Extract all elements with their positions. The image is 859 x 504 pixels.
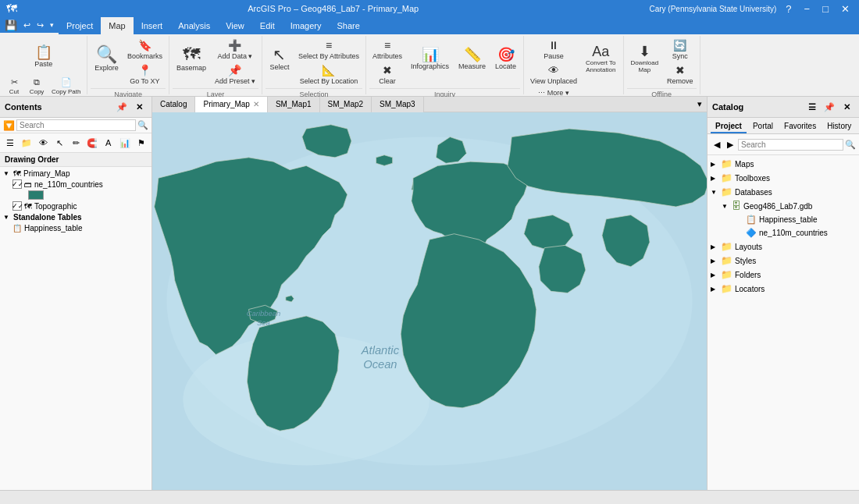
select-by-location-button[interactable]: 📐 Select By Location: [295, 62, 362, 87]
catalog-search-icon[interactable]: 🔍: [845, 140, 856, 150]
tab-view[interactable]: View: [218, 17, 252, 34]
standalone-tables-section[interactable]: ▼ Standalone Tables: [0, 211, 151, 223]
catalog-toolboxes[interactable]: ▶ 📁 Toolboxes: [708, 171, 859, 185]
clear-button[interactable]: ✖ Clear: [369, 62, 405, 87]
ne-countries-checkbox[interactable]: ✓: [12, 179, 22, 189]
catalog-tab-project[interactable]: Project: [711, 120, 747, 133]
catalog-styles[interactable]: ▶ 📁 Styles: [708, 254, 859, 268]
add-preset-button[interactable]: 📌 Add Preset ▾: [212, 62, 258, 87]
list-labeling-btn[interactable]: A: [101, 135, 116, 151]
view-unplaced-button[interactable]: 👁 View Unplaced: [527, 62, 580, 87]
download-map-button[interactable]: ⬇ DownloadMap: [627, 37, 663, 80]
catalog-back-btn[interactable]: ◀: [711, 137, 723, 152]
contents-search-input[interactable]: [16, 119, 136, 131]
redo-qa-btn[interactable]: ↪: [35, 20, 45, 30]
catalog-pin-btn[interactable]: 📌: [822, 99, 837, 115]
user-info: Cary (Pennsylvania State University): [649, 5, 776, 13]
catalog-happiness-table[interactable]: 📋 Happiness_table: [708, 213, 859, 226]
contents-search-bar: 🔽 🔍: [0, 118, 151, 133]
standalone-tables-label: Standalone Tables: [13, 213, 82, 222]
ne-countries-swatch: [25, 190, 151, 201]
paste-button[interactable]: 📋 Paste: [30, 37, 58, 75]
catalog-tab-history[interactable]: History: [822, 120, 856, 133]
contents-pin-btn[interactable]: 📌: [114, 99, 130, 115]
tab-imagery[interactable]: Imagery: [283, 17, 330, 34]
undo-qa-btn[interactable]: ↩: [22, 20, 32, 30]
list-snapping-btn[interactable]: 🧲: [84, 135, 99, 151]
list-selection-btn[interactable]: ↖: [52, 135, 67, 151]
tab-primary-map[interactable]: Primary_Map ✕: [195, 97, 267, 112]
tab-map[interactable]: Map: [101, 17, 133, 34]
maximize-button[interactable]: □: [819, 3, 832, 15]
catalog-layouts[interactable]: ▶ 📁 Layouts: [708, 240, 859, 254]
tab-sm-map2[interactable]: SM_Map2: [320, 97, 372, 112]
convert-to-annotation-button[interactable]: Aa Convert ToAnnotation: [582, 37, 620, 80]
customize-qa-btn[interactable]: ▾: [48, 21, 55, 29]
map-area[interactable]: Atlantic Ocean Caribbean Sea: [152, 112, 707, 490]
catalog-close-btn[interactable]: ✕: [839, 99, 854, 115]
minimize-button[interactable]: −: [801, 3, 814, 15]
list-visibility-btn[interactable]: 👁: [36, 135, 51, 151]
list-editing-btn[interactable]: ✏: [69, 135, 84, 151]
cut-button[interactable]: ✂ Cut: [3, 76, 25, 97]
catalog-maps[interactable]: ▶ 📁 Maps: [708, 157, 859, 171]
bookmarks-button[interactable]: 🔖 Bookmarks: [124, 37, 166, 62]
chart-btn[interactable]: 📊: [117, 135, 132, 151]
tab-insert[interactable]: Insert: [134, 17, 171, 34]
tree-item-happiness-table[interactable]: 📋 Happiness_table: [9, 223, 151, 233]
map-tab-dropdown[interactable]: ▾: [693, 99, 707, 109]
catalog-tab-portal[interactable]: Portal: [748, 120, 778, 133]
search-icon[interactable]: 🔍: [137, 120, 148, 130]
close-button[interactable]: ✕: [838, 3, 853, 15]
explore-button[interactable]: 🔍 Explore: [91, 37, 123, 80]
catalog-header: Catalog ☰ 📌 ✕: [708, 97, 859, 118]
infographics-button[interactable]: 📊 Infographics: [407, 37, 453, 80]
save-qa-btn[interactable]: 💾: [3, 20, 19, 31]
styles-label: Styles: [735, 257, 756, 265]
select-by-attributes-button[interactable]: ≡ Select By Attributes: [295, 37, 362, 62]
tree-item-ne-countries[interactable]: ✓ 🗃 ne_110m_countries: [9, 179, 151, 190]
tab-sm-map1[interactable]: SM_Map1: [268, 97, 320, 112]
catalog-locators[interactable]: ▶ 📁 Locators: [708, 282, 859, 296]
tab-project[interactable]: Project: [59, 17, 101, 34]
add-data-button[interactable]: ➕ Add Data ▾: [212, 37, 258, 62]
catalog-menu-btn[interactable]: ☰: [804, 99, 820, 115]
topographic-checkbox[interactable]: ✓: [12, 201, 22, 211]
main-area: Contents 📌 ✕ 🔽 🔍 ☰ 📁 👁 ↖ ✏ 🧲 A 📊 ⚑ Drawi…: [0, 97, 859, 490]
measure-button[interactable]: 📏 Measure: [454, 37, 490, 80]
list-view-btn[interactable]: ☰: [3, 135, 18, 151]
list-source-btn[interactable]: 📁: [20, 135, 34, 151]
filter-icon: 🔽: [3, 120, 15, 131]
catalog-search-input[interactable]: [738, 139, 843, 151]
tab-edit[interactable]: Edit: [252, 17, 283, 34]
catalog-ne-countries[interactable]: 🔷 ne_110m_countries: [708, 226, 859, 240]
copy-button[interactable]: ⧉ Copy: [26, 76, 48, 97]
maps-expand-arrow: ▶: [711, 161, 718, 168]
flag-btn[interactable]: ⚑: [134, 135, 148, 151]
tab-sm-map3[interactable]: SM_Map3: [372, 97, 424, 112]
tab-catalog[interactable]: Catalog: [152, 97, 195, 112]
contents-close-btn[interactable]: ✕: [131, 99, 147, 115]
tree-item-topographic[interactable]: ✓ 🗺 Topographic: [9, 201, 151, 211]
sync-button[interactable]: 🔄 Sync: [664, 37, 697, 62]
catalog-gdb[interactable]: ▼ 🗄 Geog486_Lab7.gdb: [708, 199, 859, 213]
pause-button[interactable]: ⏸ Pause: [527, 37, 580, 62]
copy-path-button[interactable]: 📄 Copy Path: [48, 76, 84, 97]
status-bar: [0, 490, 859, 504]
catalog-folders[interactable]: ▶ 📁 Folders: [708, 268, 859, 282]
go-to-xy-button[interactable]: 📍 Go To XY: [124, 62, 166, 87]
catalog-forward-btn[interactable]: ▶: [725, 137, 737, 152]
basemap-button[interactable]: 🗺 Basemap: [173, 37, 210, 80]
catalog-databases[interactable]: ▼ 📁 Databases: [708, 185, 859, 199]
remove-offline-button[interactable]: ✖ Remove: [664, 62, 697, 87]
locate-button[interactable]: 🎯 Locate: [491, 37, 520, 80]
help-button[interactable]: ?: [782, 3, 794, 15]
select-button[interactable]: ↖ Select: [266, 37, 294, 80]
tree-item-primary-map[interactable]: ▼ 🗺 Primary_Map: [0, 169, 151, 179]
tab-analysis[interactable]: Analysis: [170, 17, 218, 34]
catalog-tab-favorites[interactable]: Favorites: [779, 120, 821, 133]
cut-icon: ✂: [11, 77, 18, 87]
attributes-button[interactable]: ≡ Attributes: [369, 37, 405, 62]
primary-map-tab-close[interactable]: ✕: [253, 100, 259, 108]
tab-share[interactable]: Share: [330, 17, 368, 34]
